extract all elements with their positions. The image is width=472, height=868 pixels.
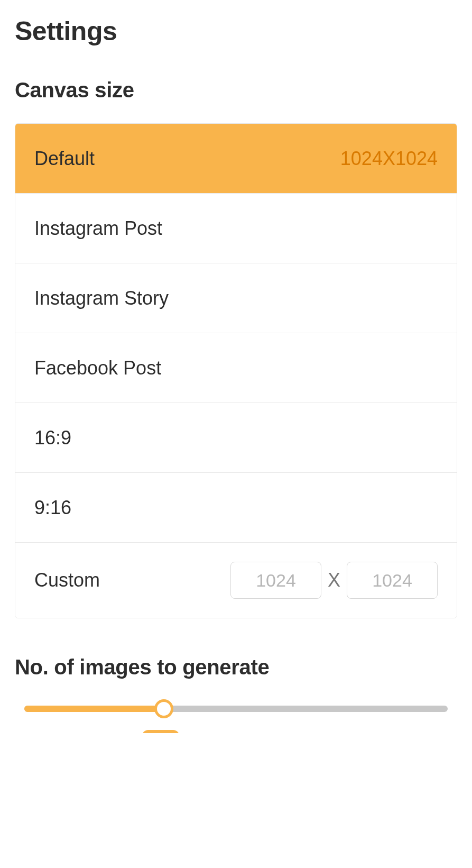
canvas-size-heading: Canvas size	[15, 78, 457, 102]
canvas-option-label: Custom	[34, 569, 100, 591]
slider-thumb[interactable]	[154, 699, 173, 718]
custom-dimensions-inputs: X	[230, 562, 438, 599]
canvas-option-label: Facebook Post	[34, 357, 161, 379]
slider-value-badge: 4	[142, 730, 180, 733]
canvas-option-dimensions: 1024X1024	[340, 148, 438, 170]
canvas-option-label: 16:9	[34, 427, 71, 449]
page-title: Settings	[15, 16, 457, 47]
num-images-heading: No. of images to generate	[15, 655, 457, 679]
canvas-option-label: Default	[34, 148, 95, 170]
canvas-option-16-9[interactable]: 16:9	[15, 403, 457, 473]
custom-height-input[interactable]	[347, 562, 438, 599]
canvas-size-list: Default 1024X1024 Instagram Post Instagr…	[15, 123, 457, 618]
canvas-option-facebook-post[interactable]: Facebook Post	[15, 333, 457, 403]
canvas-option-default[interactable]: Default 1024X1024	[15, 124, 457, 194]
canvas-option-label: 9:16	[34, 497, 71, 519]
canvas-option-9-16[interactable]: 9:16	[15, 473, 457, 543]
slider-fill	[24, 706, 164, 712]
canvas-option-label: Instagram Post	[34, 217, 162, 240]
dimension-separator-icon: X	[327, 569, 341, 591]
custom-width-input[interactable]	[230, 562, 321, 599]
canvas-option-label: Instagram Story	[34, 287, 169, 309]
canvas-option-instagram-post[interactable]: Instagram Post	[15, 194, 457, 263]
canvas-option-instagram-story[interactable]: Instagram Story	[15, 263, 457, 333]
slider-track	[24, 706, 448, 712]
canvas-option-custom[interactable]: Custom X	[15, 543, 457, 618]
num-images-slider[interactable]: 4	[15, 706, 457, 712]
